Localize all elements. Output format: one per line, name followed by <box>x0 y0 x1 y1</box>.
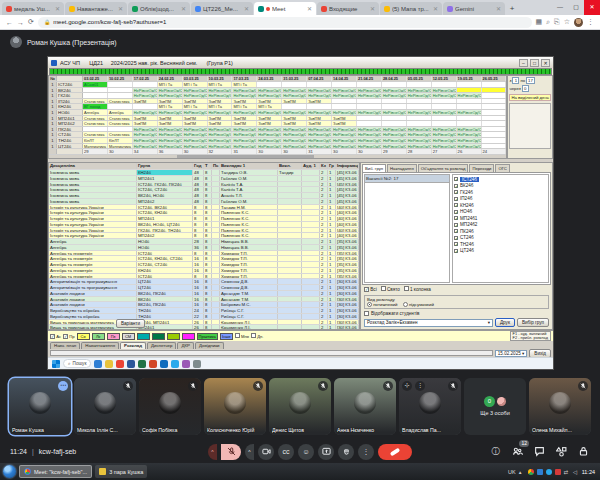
schedule-cell[interactable]: НеРівнеОд/С <box>357 144 382 149</box>
schedule-cell[interactable]: НеРівнеОд/С <box>133 127 158 132</box>
schedule-preset-select[interactable]: Розклад Залік+Екзамен▾ <box>364 319 493 327</box>
schedule-cell[interactable]: НеРівнеОд/С <box>332 93 357 98</box>
schedule-cell[interactable]: ЗчвПМ <box>133 121 158 126</box>
tray-defender-icon[interactable] <box>537 469 543 475</box>
schedule-cell[interactable]: НеРівнеОд/С <box>382 110 407 115</box>
schedule-cell[interactable] <box>382 116 407 121</box>
volume-icon[interactable]: ◁ <box>573 469 579 475</box>
schedule-cell[interactable]: НеРівнеОд/С <box>357 132 382 137</box>
schedule-cell[interactable]: НеРівнеОд/С <box>208 132 233 137</box>
schedule-cell[interactable]: НеРівнеОд/С <box>257 138 282 143</box>
taskbar-settings-icon[interactable] <box>193 360 201 368</box>
schedule-cell[interactable]: Алгебра <box>108 110 133 115</box>
schedule-cell[interactable]: ЗчвПМ <box>208 99 233 104</box>
schedule-cell[interactable]: Статистика <box>108 132 133 137</box>
week-strip[interactable] <box>49 68 552 75</box>
schedule-cell[interactable] <box>482 88 507 93</box>
legend-check[interactable]: ✓ Пр <box>63 334 75 339</box>
schedule-cell[interactable]: НеРівнеОд/С <box>208 138 233 143</box>
schedule-cell[interactable] <box>457 82 482 87</box>
schedule-cell[interactable] <box>407 82 432 87</box>
extensions-icon[interactable]: ▦ <box>536 18 543 26</box>
schedule-cell[interactable]: МП і Та <box>208 82 233 87</box>
schedule-cell[interactable]: НеРівнеОд/С <box>357 127 382 132</box>
schedule-cell[interactable]: НеРівнеОд/С <box>282 110 307 115</box>
schedule-cell[interactable]: Статистика <box>108 121 133 126</box>
activities-button[interactable] <box>555 445 568 458</box>
schedule-cell[interactable] <box>407 99 432 104</box>
schedule-cell[interactable] <box>482 99 507 104</box>
tray-chrome-icon[interactable] <box>528 469 534 475</box>
window-minimize-button[interactable]: — <box>552 0 568 15</box>
schedule-cell[interactable]: НеРівнеОд/С <box>432 88 457 93</box>
schedule-cell[interactable]: НеРівнеОд/С <box>133 132 158 137</box>
schedule-cell[interactable] <box>407 104 432 109</box>
back-icon[interactable]: ← <box>6 19 13 26</box>
option[interactable]: ✓ Всі <box>364 287 377 292</box>
schedule-cell[interactable]: МП і Та <box>208 104 233 109</box>
schedule-cell[interactable]: ЗчвПМ <box>183 116 208 121</box>
schedule-cell[interactable]: НеРівнеОд/С <box>307 93 332 98</box>
schedule-cell[interactable]: НеРівнеОд/С <box>183 93 208 98</box>
schedule-cell[interactable] <box>382 104 407 109</box>
browser-tab[interactable]: Gemini✕ <box>443 2 505 15</box>
schedule-cell[interactable]: КіпЛТ <box>108 138 133 143</box>
schedule-cell[interactable]: НеРівнеОд/С <box>183 132 208 137</box>
browser-tab[interactable]: Входящие✕ <box>317 2 379 15</box>
schedule-cell[interactable]: НеРівнеОд/С <box>282 127 307 132</box>
schedule-cell[interactable] <box>307 104 332 109</box>
schedule-cell[interactable]: НеРівнеОд/С <box>183 144 208 149</box>
schedule-cell[interactable]: НеРівнеОд/С <box>357 88 382 93</box>
schedule-cell[interactable]: Статистика <box>83 99 108 104</box>
schedule-cell[interactable]: НеРівнеОд/С <box>257 132 282 137</box>
schedule-cell[interactable]: НеРівнеОд/С <box>432 127 457 132</box>
browser-tab[interactable]: Навантаже...✕ <box>65 2 127 15</box>
schedule-cell[interactable] <box>482 104 507 109</box>
schedule-cell[interactable]: НеРівнеОд/С <box>183 127 208 132</box>
participant-tile[interactable]: Олена Михайл... <box>529 378 591 435</box>
tray-alert-icon[interactable] <box>555 469 561 475</box>
schedule-cell[interactable] <box>432 82 457 87</box>
schedule-cell[interactable]: НеРівнеОд/С <box>257 88 282 93</box>
schedule-cell[interactable]: ЗчвПМ <box>133 116 158 121</box>
schedule-cell[interactable]: НеРівнеОд/С <box>232 138 257 143</box>
schedule-cell[interactable]: НеРівнеОд/С <box>382 88 407 93</box>
schedule-cell[interactable]: НеРівнеОд/С <box>158 132 183 137</box>
schedule-cell[interactable] <box>382 121 407 126</box>
participant-tile[interactable]: ⋯Роман Кушка <box>9 378 71 435</box>
language-indicator[interactable]: UK <box>508 469 516 475</box>
schedule-cell[interactable]: Статистика <box>83 121 108 126</box>
more-people-tile[interactable]: 0Ще 3 особи <box>464 378 526 435</box>
schedule-cell[interactable]: ЗчвПМ <box>282 116 307 121</box>
schedule-cell[interactable]: НеРівнеОд/С <box>208 144 233 149</box>
schedule-cell[interactable] <box>482 82 507 87</box>
schedule-cell[interactable] <box>357 99 382 104</box>
schedule-cell[interactable]: НеРівнеОд/С <box>432 132 457 137</box>
schedule-cell[interactable] <box>432 99 457 104</box>
schedule-cell[interactable]: МП і Та <box>158 82 183 87</box>
participant-tile[interactable]: Софія Побіяха <box>139 378 201 435</box>
schedule-cell[interactable]: НеРівнеОд/С <box>457 93 482 98</box>
schedule-cell[interactable]: НеРівнеОд/С <box>457 144 482 149</box>
app-tab-Довідники[interactable]: Довідники <box>195 342 224 349</box>
taskbar-store-icon[interactable] <box>160 360 168 368</box>
schedule-cell[interactable]: НеРівнеОд/С <box>407 127 432 132</box>
schedule-cell[interactable] <box>382 99 407 104</box>
app-tab-Диспетчер[interactable]: Диспетчер <box>147 342 176 349</box>
schedule-cell[interactable] <box>457 99 482 104</box>
schedule-cell[interactable]: НеРівнеОд/С <box>133 138 158 143</box>
schedule-cell[interactable]: НеРівнеОд/С <box>407 93 432 98</box>
taskbar-excel-icon[interactable] <box>138 360 146 368</box>
schedule-cell[interactable]: НеРівнеОд/С <box>407 138 432 143</box>
schedule-cell[interactable]: ЗчвПМ <box>183 99 208 104</box>
schedule-cell[interactable] <box>83 93 108 98</box>
schedule-cell[interactable]: НеРівнеОд/С <box>158 144 183 149</box>
schedule-cell[interactable]: Математика <box>108 144 133 149</box>
zoom-icon[interactable]: ⌕ <box>546 18 550 26</box>
mic-options-caret-icon[interactable]: ^ <box>208 444 217 460</box>
hidden-icons-chevron[interactable]: ▴ <box>519 469 525 475</box>
schedule-cell[interactable]: НеРівнеОд/С <box>282 132 307 137</box>
schedule-cell[interactable]: НеРівнеОд/С <box>357 138 382 143</box>
schedule-cell[interactable] <box>457 88 482 93</box>
schedule-cell[interactable]: НеРівнеОд/С <box>357 110 382 115</box>
